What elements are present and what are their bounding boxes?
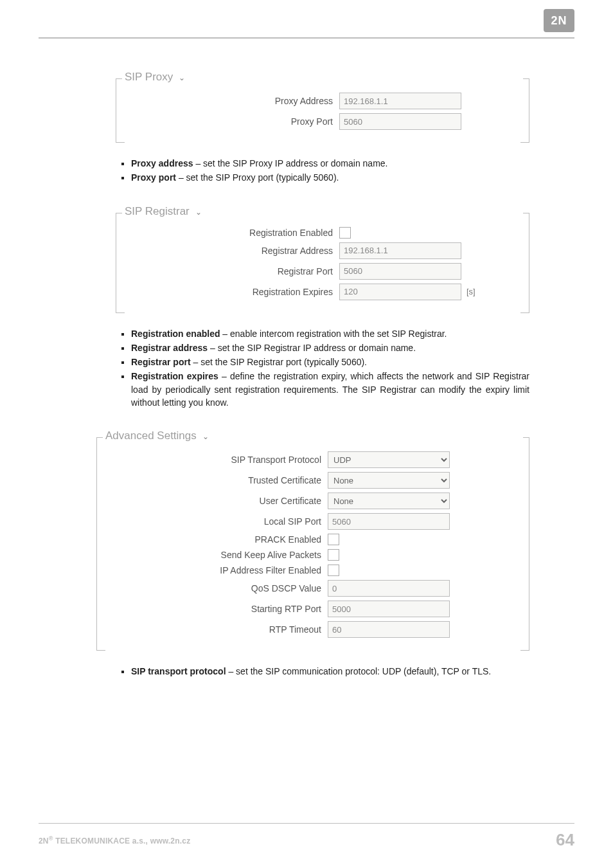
desc-text: – set the SIP communication protocol: UD… [226,666,492,676]
desc-term: SIP transport protocol [131,666,226,676]
desc-term: Proxy address [131,158,193,168]
desc-text: – enable intercom registration with the … [220,329,447,339]
ip-filter-checkbox[interactable] [328,565,339,576]
registration-enabled-label: Registration Enabled [127,228,339,238]
ip-filter-label: IP Address Filter Enabled [127,565,328,575]
section-title-label: Advanced Settings [105,429,197,442]
section-title-label: SIP Proxy [125,71,173,83]
user-cert-label: User Certificate [127,496,328,506]
chevron-down-icon: ⌄ [195,208,202,217]
registration-expires-input[interactable] [339,284,461,300]
registrar-address-input[interactable] [339,242,461,259]
chevron-down-icon: ⌄ [202,432,209,441]
sip-proxy-section: SIP Proxy ⌄ Proxy Address Proxy Port [116,67,529,143]
sip-proxy-title[interactable]: SIP Proxy ⌄ [125,71,185,84]
desc-term: Registration enabled [131,329,220,339]
rtp-timeout-label: RTP Timeout [127,624,328,635]
qos-dscp-input[interactable] [328,580,450,597]
footer-company: 2N® TELEKOMUNIKACE a.s., www.2n.cz [39,835,190,845]
trusted-cert-label: Trusted Certificate [127,475,328,485]
registration-enabled-checkbox[interactable] [339,227,351,239]
page-number: 64 [556,830,574,850]
advanced-settings-title[interactable]: Advanced Settings ⌄ [105,429,209,442]
qos-dscp-label: QoS DSCP Value [127,583,328,593]
desc-term: Registrar port [131,357,191,367]
section-title-label: SIP Registrar [125,205,190,217]
desc-term: Registration expires [131,371,218,381]
proxy-port-label: Proxy Port [127,116,339,127]
sip-transport-select[interactable]: UDP [328,451,450,468]
sip-registrar-section: SIP Registrar ⌄ Registration Enabled Reg… [116,201,529,313]
registrar-port-label: Registrar Port [127,266,339,276]
sip-transport-label: SIP Transport Protocol [127,455,328,465]
registrar-address-label: Registrar Address [127,246,339,256]
user-cert-select[interactable]: None [328,493,450,509]
desc-text: – set the SIP Registrar port (typically … [191,357,367,367]
desc-text: – set the SIP Proxy port (typically 5060… [176,172,339,183]
proxy-port-input[interactable] [339,113,461,130]
starting-rtp-input[interactable] [328,601,450,617]
desc-text: – set the SIP Proxy IP address or domain… [193,158,388,168]
brand-logo: 2N [544,9,574,32]
trusted-cert-select[interactable]: None [328,472,450,489]
prack-enabled-checkbox[interactable] [328,534,339,545]
proxy-address-input[interactable] [339,93,461,109]
sip-registrar-title[interactable]: SIP Registrar ⌄ [125,205,202,218]
desc-term: Proxy port [131,172,176,183]
advanced-description: SIP transport protocol – set the SIP com… [131,665,529,678]
prack-enabled-label: PRACK Enabled [127,534,328,545]
header-divider [39,37,574,39]
desc-term: Registrar address [131,343,208,353]
registrar-port-input[interactable] [339,263,461,280]
desc-text: – set the SIP Registrar IP address or do… [208,343,416,353]
proxy-address-label: Proxy Address [127,96,339,106]
registration-expires-unit: [s] [466,287,475,296]
advanced-settings-section: Advanced Settings ⌄ SIP Transport Protoc… [96,426,529,651]
keep-alive-label: Send Keep Alive Packets [127,550,328,560]
local-sip-port-label: Local SIP Port [127,516,328,527]
local-sip-port-input[interactable] [328,513,450,530]
sip-registrar-description: Registration enabled – enable intercom r… [131,327,529,410]
page-footer: 2N® TELEKOMUNIKACE a.s., www.2n.cz 64 [39,823,574,850]
keep-alive-checkbox[interactable] [328,549,339,561]
rtp-timeout-input[interactable] [328,621,450,638]
registration-expires-label: Registration Expires [127,287,339,297]
starting-rtp-label: Starting RTP Port [127,604,328,614]
sip-proxy-description: Proxy address – set the SIP Proxy IP add… [131,157,529,185]
chevron-down-icon: ⌄ [179,73,185,82]
